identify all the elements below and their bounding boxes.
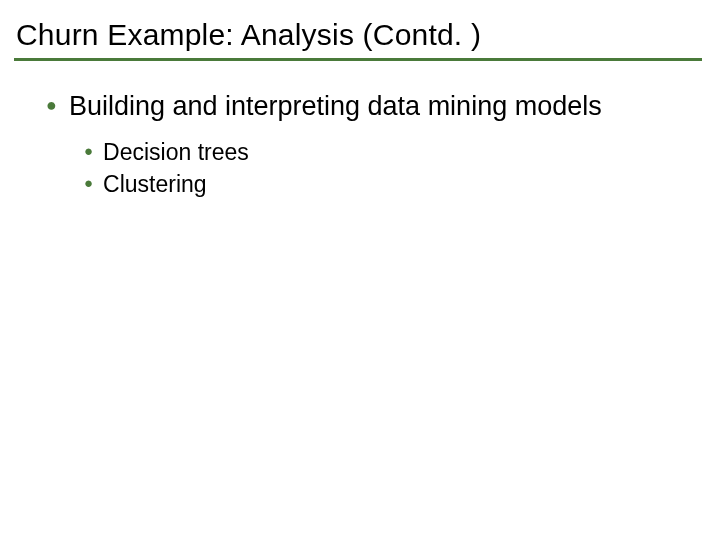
bullet-dot-icon: ● <box>46 89 57 121</box>
sub-bullet-list: ● Decision trees ● Clustering <box>26 137 704 199</box>
slide-title: Churn Example: Analysis (Contd. ) <box>16 18 704 52</box>
bullet-text: Decision trees <box>103 137 249 167</box>
bullet-level2: ● Clustering <box>84 169 704 199</box>
bullet-level1: ● Building and interpreting data mining … <box>26 89 704 123</box>
bullet-text: Building and interpreting data mining mo… <box>69 89 602 123</box>
slide-content: ● Building and interpreting data mining … <box>16 89 704 199</box>
bullet-text: Clustering <box>103 169 207 199</box>
bullet-dot-icon: ● <box>84 137 93 165</box>
title-underline <box>14 58 702 61</box>
bullet-level2: ● Decision trees <box>84 137 704 167</box>
bullet-dot-icon: ● <box>84 169 93 197</box>
